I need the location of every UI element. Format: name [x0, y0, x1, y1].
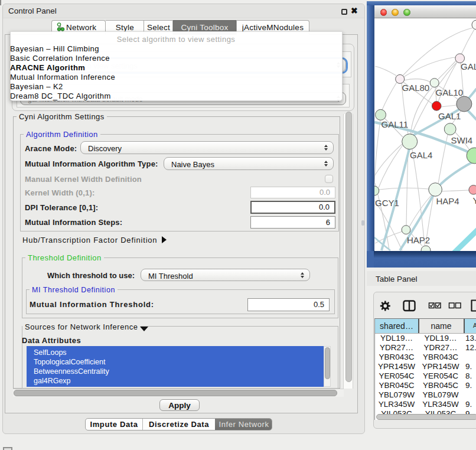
- svg-text:HAP4: HAP4: [436, 196, 459, 206]
- svg-text:SWI4: SWI4: [451, 135, 472, 145]
- svg-text:GAL10: GAL10: [435, 87, 463, 97]
- svg-text:YJ: YJ: [472, 195, 476, 206]
- svg-text:GAL4: GAL4: [410, 150, 432, 160]
- svg-text:GAL2: GAL2: [461, 61, 476, 71]
- svg-text:HAP2: HAP2: [407, 235, 430, 245]
- svg-text:GAL11: GAL11: [381, 119, 408, 129]
- svg-text:GCY1: GCY1: [375, 198, 399, 208]
- svg-text:GAL1: GAL1: [438, 111, 461, 121]
- svg-text:GAL80: GAL80: [402, 83, 429, 93]
